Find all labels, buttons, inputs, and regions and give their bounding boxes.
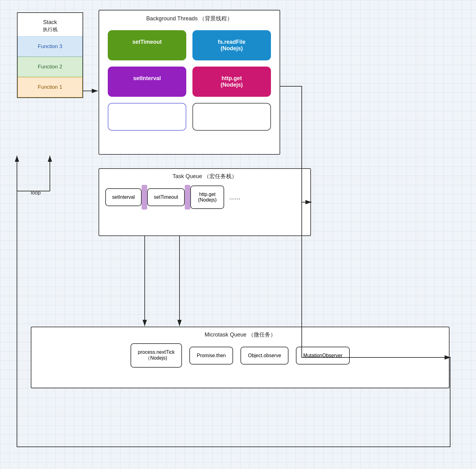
stack-title: Stack 执行栈 <box>18 13 83 36</box>
function-2: Function 2 <box>18 57 83 77</box>
tq-set-timeout: setTimeout <box>147 188 185 206</box>
mt-mutation-observer: MutationObserver <box>296 347 350 365</box>
task-queue-title: Task Queue （宏任务栈） <box>99 169 310 182</box>
tq-separator-2 <box>185 185 190 210</box>
bg-threads-title: Background Threads （背景线程） <box>99 10 280 25</box>
stack-box: Stack 执行栈 Function 3 Function 2 Function… <box>17 12 83 98</box>
mt-promise-then: Promise.then <box>189 347 233 365</box>
microtask-items: process.nextTick （Nodejs) Promise.then O… <box>31 341 449 370</box>
diagram-background: Stack 执行栈 Function 3 Function 2 Function… <box>0 0 476 469</box>
task-queue-box: Task Queue （宏任务栈） setInterval setTimeout… <box>99 168 311 236</box>
function-1: Function 1 <box>18 77 83 97</box>
mt-process-nexttick: process.nextTick （Nodejs) <box>131 343 182 368</box>
microtask-queue-box: Microtask Queue （微任务） process.nextTick （… <box>31 327 450 388</box>
tq-http-get: http.get (Nodejs) <box>190 186 224 209</box>
loop-label: loop <box>31 190 41 196</box>
empty-slot-2 <box>192 103 271 131</box>
function-3: Function 3 <box>18 36 83 57</box>
tq-separator-1 <box>142 185 147 210</box>
set-timeout-btn: setTimeout <box>108 30 186 60</box>
set-interval-btn: setInterval <box>108 67 186 97</box>
background-threads-box: Background Threads （背景线程） setTimeout fs.… <box>99 10 280 155</box>
tq-set-interval: setInterval <box>105 188 142 206</box>
empty-slot-1 <box>108 103 186 131</box>
fs-readfile-btn: fs.readFile (Nodejs) <box>192 30 271 60</box>
tq-ellipsis: ...... <box>224 193 245 201</box>
task-queue-items: setInterval setTimeout http.get (Nodejs)… <box>99 182 310 212</box>
microtask-title: Microtask Queue （微任务） <box>31 327 449 341</box>
http-get-btn: http.get (Nodejs) <box>192 67 271 97</box>
mt-object-observe: Object.observe <box>240 347 288 365</box>
thread-grid: setTimeout fs.readFile (Nodejs) setInter… <box>99 25 280 136</box>
